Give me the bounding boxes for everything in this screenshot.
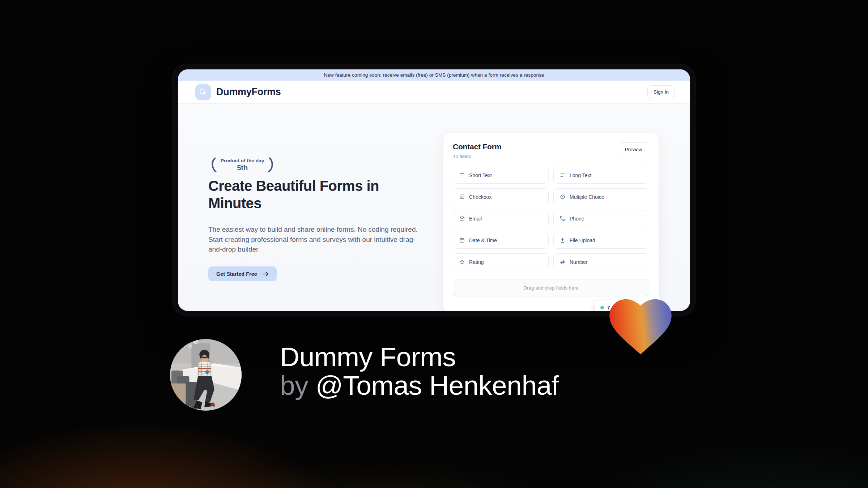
email-icon (459, 215, 465, 222)
laurel-right-icon (267, 157, 276, 173)
browser-window: New feature coming soon: receive emails … (173, 64, 695, 316)
hero-description: The easiest way to build and share onlin… (208, 224, 419, 254)
announcement-text: New feature coming soon: receive emails … (324, 72, 544, 78)
card-header: Contact Form 10 fields Preview (453, 142, 649, 159)
caption-byline: by @Tomas Henkenhaf (280, 371, 559, 400)
hero-section: Product of the day 5th (178, 104, 690, 311)
avatar-photo-illustration (170, 339, 242, 411)
field-short-text[interactable]: Short Text (453, 167, 549, 184)
form-field-count: 10 fields (453, 154, 501, 159)
window-content: New feature coming soon: receive emails … (178, 69, 690, 311)
avatar (170, 339, 242, 411)
caption-title: Dummy Forms (280, 343, 559, 371)
calendar-icon (459, 237, 465, 244)
field-label: Date & Time (469, 237, 497, 243)
short-text-icon (459, 172, 465, 179)
announcement-banner: New feature coming soon: receive emails … (178, 69, 690, 81)
star-icon (459, 259, 465, 265)
dashed-select-cursor-icon (199, 88, 208, 97)
caption-author: @Tomas Henkenhaf (316, 370, 559, 401)
laurel-left-icon (208, 157, 218, 173)
field-label: Number (570, 259, 588, 265)
green-dot-icon (600, 306, 604, 309)
field-long-text[interactable]: Long Text (553, 167, 649, 184)
field-number[interactable]: Number (553, 253, 649, 270)
field-type-grid: Short Text Long Text Checkbox (453, 167, 649, 270)
field-label: Checkbox (469, 194, 492, 200)
field-label: Rating (469, 259, 484, 265)
field-checkbox[interactable]: Checkbox (453, 188, 549, 205)
field-label: Phone (570, 216, 584, 222)
field-label: Email (469, 216, 482, 222)
field-email[interactable]: Email (453, 210, 549, 227)
phone-icon (559, 215, 566, 222)
arrow-right-icon (262, 271, 269, 277)
field-label: Short Text (469, 172, 492, 178)
award-label: Product of the day (221, 158, 264, 163)
field-label: File Upload (570, 237, 595, 243)
field-rating[interactable]: Rating (453, 253, 549, 270)
form-title: Contact Form (453, 142, 501, 151)
caption: Dummy Forms by @Tomas Henkenhaf (280, 343, 559, 400)
product-of-the-day-badge: Product of the day 5th (208, 157, 276, 173)
form-builder-card: Contact Form 10 fields Preview Short Tex… (443, 133, 659, 311)
field-file-upload[interactable]: File Upload (553, 232, 649, 249)
drag-drop-text: Drag and drop fields here (523, 285, 578, 291)
logo[interactable] (195, 84, 211, 100)
hero-heading: Create Beautiful Forms in Minutes (208, 177, 425, 212)
field-date-time[interactable]: Date & Time (453, 232, 549, 249)
hash-icon (559, 259, 566, 265)
field-label: Multiple Choice (570, 194, 604, 200)
sign-in-button[interactable]: Sign In (647, 85, 675, 99)
preview-button[interactable]: Preview (618, 142, 649, 156)
long-text-icon (559, 172, 566, 179)
brand-title: DummyForms (216, 86, 281, 98)
award-rank: 5th (221, 164, 264, 172)
get-started-label: Get Started Free (216, 271, 257, 277)
field-multiple-choice[interactable]: Multiple Choice (553, 188, 649, 205)
upload-icon (559, 237, 566, 244)
get-started-button[interactable]: Get Started Free (208, 266, 277, 281)
caption-by: by (280, 370, 316, 401)
multiple-choice-icon (559, 194, 566, 200)
field-label: Long Text (570, 172, 591, 178)
award-text: Product of the day 5th (221, 158, 264, 172)
field-phone[interactable]: Phone (553, 210, 649, 227)
app-header: DummyForms Sign In (178, 81, 690, 104)
gradient-heart-icon (605, 291, 676, 357)
checkbox-icon (459, 194, 465, 200)
card-header-text: Contact Form 10 fields (453, 142, 501, 159)
